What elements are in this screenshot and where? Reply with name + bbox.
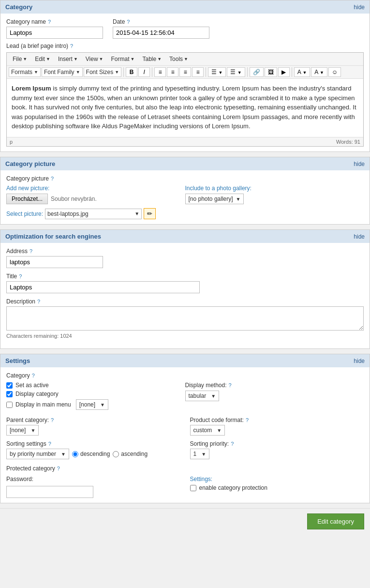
parent-select[interactable]: [none] ▼ <box>6 425 39 436</box>
date-input[interactable] <box>113 27 209 39</box>
lead-help-icon[interactable]: ? <box>70 43 73 49</box>
set-active-row: Set as active <box>6 382 185 389</box>
sorting-help-icon[interactable]: ? <box>48 441 51 447</box>
seo-hide-link[interactable]: hide <box>354 233 365 240</box>
edit-category-button[interactable]: Edit category <box>307 513 364 529</box>
seo-title-help-icon[interactable]: ? <box>19 273 22 279</box>
italic-button[interactable]: I <box>138 67 150 77</box>
menu-view[interactable]: View ▼ <box>82 54 107 64</box>
seo-section: Optimization for search engines hide Add… <box>0 229 370 349</box>
protected-help-icon[interactable]: ? <box>57 466 60 471</box>
bold-button[interactable]: B <box>126 67 137 77</box>
description-label: Description ? <box>6 298 364 305</box>
product-code-value: custom <box>193 427 212 434</box>
sorting-row: Sorting settings ? by priority number ▼ … <box>6 440 364 459</box>
address-help-icon[interactable]: ? <box>30 248 32 254</box>
font-sizes-dropdown[interactable]: Font Sizes ▼ <box>84 67 122 77</box>
description-help-icon[interactable]: ? <box>37 299 40 304</box>
unordered-list-button[interactable]: ☰ ▼ <box>208 67 226 77</box>
parent-product-row: Parent category: ? [none] ▼ Product code… <box>6 417 364 436</box>
set-active-label: Set as active <box>15 382 49 389</box>
display-main-checkbox[interactable] <box>6 402 13 408</box>
enable-protection-checkbox[interactable] <box>190 485 196 491</box>
formats-dropdown[interactable]: Formats ▼ <box>9 67 41 77</box>
emoji-button[interactable]: ☺ <box>328 67 341 77</box>
name-help-icon[interactable]: ? <box>48 19 51 25</box>
editor-content[interactable]: Lorem Ipsum is simply dummy text of the … <box>7 79 363 137</box>
display-category-checkbox[interactable] <box>6 391 13 397</box>
pic-row: Add new picture: Procházet... Soubor nev… <box>6 185 364 204</box>
select-pic-dropdown[interactable]: best-laptops.jpg ▼ <box>45 209 142 219</box>
media-button[interactable]: ▶ <box>278 67 290 77</box>
settings-header: Settings hide <box>0 354 370 367</box>
parent-help-icon[interactable]: ? <box>51 417 54 423</box>
editor-footer: p Words: 91 <box>7 137 363 146</box>
image-button[interactable]: 🖼 <box>265 67 277 77</box>
select-pic-label: Select picture: <box>6 211 43 217</box>
select-pic-row: Select picture: best-laptops.jpg ▼ ✏ <box>6 208 364 219</box>
ordered-list-button[interactable]: ☰ ▼ <box>227 67 245 77</box>
password-row: Password: Settings: enable category prot… <box>6 476 364 498</box>
menu-insert[interactable]: Insert ▼ <box>54 54 82 64</box>
align-right-button[interactable]: ≡ <box>179 67 191 77</box>
picture-body: Category picture ? Add new picture: Proc… <box>0 170 370 224</box>
ascending-radio[interactable] <box>113 451 119 457</box>
menu-format[interactable]: Format ▼ <box>107 54 139 64</box>
include-label: Include to a photo gallery: <box>185 185 364 192</box>
date-label: Date ? <box>113 18 209 25</box>
link-button[interactable]: 🔗 <box>250 67 264 77</box>
address-input[interactable] <box>6 256 103 268</box>
pic-help-icon[interactable]: ? <box>51 176 54 181</box>
settings-left: Set as active Display category Display i… <box>6 382 185 412</box>
date-group: Date ? <box>113 18 209 39</box>
align-center-button[interactable]: ≡ <box>167 67 178 77</box>
display-method-select[interactable]: tabular ▼ <box>185 391 220 401</box>
category-section: Category hide Category name ? Date ? L <box>0 0 370 152</box>
browse-button[interactable]: Procházet... <box>6 194 48 204</box>
priority-caret: ▼ <box>201 452 206 457</box>
enable-protection-row: enable category protection <box>190 484 364 491</box>
sorting-controls: by priority number ▼ descending ascendin… <box>6 449 180 459</box>
seo-body: Address ? Title ? Description ? Characte… <box>0 243 370 348</box>
edit-pic-button[interactable]: ✏ <box>144 208 156 219</box>
chars-remaining: Characters remaining: 1024 <box>6 333 364 339</box>
sorting-select[interactable]: by priority number ▼ <box>6 449 69 459</box>
enable-protection-label: enable category protection <box>199 484 267 491</box>
align-justify-button[interactable]: ≡ <box>192 67 204 77</box>
seo-title-input[interactable] <box>6 281 200 293</box>
product-code-select[interactable]: custom ▼ <box>190 425 225 436</box>
gallery-select[interactable]: [no photo gallery] ▼ <box>185 194 244 204</box>
editor-text: is simply dummy text of the printing and… <box>12 85 356 130</box>
display-menu-select[interactable]: [none] ▼ <box>76 399 108 410</box>
display-category-row: Display category <box>6 391 185 397</box>
category-name-input[interactable] <box>6 27 103 39</box>
settings-hide-link[interactable]: hide <box>354 358 365 364</box>
seo-title-label: Title ? <box>6 273 364 280</box>
date-help-icon[interactable]: ? <box>127 19 130 25</box>
editor-menubar: File ▼ Edit ▼ Insert ▼ View ▼ Format ▼ T… <box>7 53 363 66</box>
password-input[interactable] <box>6 486 93 498</box>
priority-help-icon[interactable]: ? <box>231 441 234 447</box>
category-title: Category <box>5 3 32 11</box>
descending-radio[interactable] <box>72 451 78 457</box>
picture-hide-link[interactable]: hide <box>354 161 365 167</box>
priority-group: Sorting priority: ? 1 ▼ <box>190 440 364 459</box>
display-method-help-icon[interactable]: ? <box>229 382 232 388</box>
set-active-checkbox[interactable] <box>6 382 13 389</box>
category-header: Category hide <box>0 0 370 14</box>
parent-value: [none] <box>10 427 26 434</box>
product-code-help-icon[interactable]: ? <box>246 417 249 423</box>
menu-tools[interactable]: Tools ▼ <box>165 54 192 64</box>
menu-table[interactable]: Table ▼ <box>138 54 165 64</box>
editor-tag: p <box>10 139 13 145</box>
cat-help-icon[interactable]: ? <box>32 373 35 378</box>
align-left-button[interactable]: ≡ <box>154 67 166 77</box>
font-family-dropdown[interactable]: Font Family ▼ <box>42 67 83 77</box>
menu-file[interactable]: File ▼ <box>9 54 31 64</box>
forecolor-button[interactable]: A ▼ <box>294 67 311 77</box>
category-hide-link[interactable]: hide <box>354 4 365 11</box>
menu-edit[interactable]: Edit ▼ <box>31 54 54 64</box>
priority-select[interactable]: 1 ▼ <box>190 449 210 459</box>
description-textarea[interactable] <box>6 306 364 331</box>
backcolor-button[interactable]: A ▼ <box>311 67 327 77</box>
